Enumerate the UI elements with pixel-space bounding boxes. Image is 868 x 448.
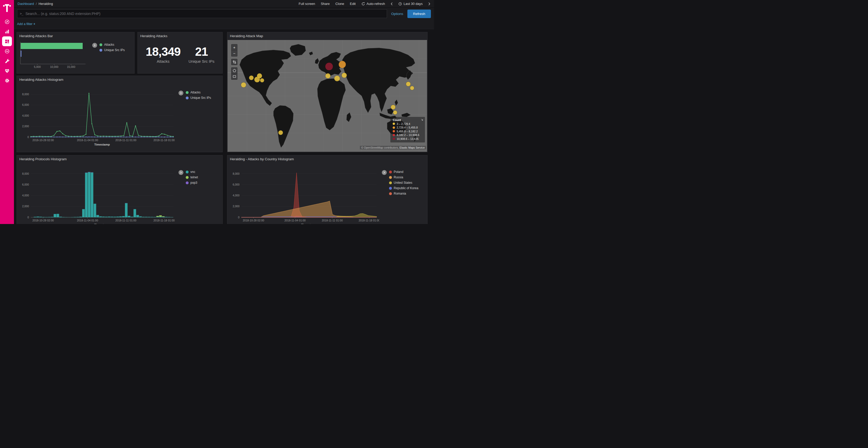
legend-item[interactable]: telnet	[186, 175, 198, 179]
sidebar-item-monitoring[interactable]	[2, 66, 12, 76]
chevron-right-icon	[180, 171, 182, 174]
metric-label: Attacks	[146, 59, 181, 64]
sidebar-item-management[interactable]	[2, 76, 12, 85]
top-nav: Dashboard / Heralding Full screen Share …	[14, 0, 434, 8]
legend-color-dot	[186, 171, 189, 173]
telekom-logo[interactable]	[3, 2, 11, 13]
breadcrumb-current: Heralding	[38, 2, 53, 6]
legend-collapse-icon[interactable]	[421, 118, 424, 121]
sidebar-item-dev-tools[interactable]	[2, 56, 12, 66]
world-map[interactable]: + −	[227, 40, 427, 152]
country_histogram-svg: 02,0004,0006,0008,0002018-10-28 02:00201…	[229, 162, 379, 224]
panel-title: Heralding - Attacks by Country Histogram	[227, 156, 427, 162]
svg-text:6,000: 6,000	[233, 183, 240, 186]
legend-color-dot	[393, 130, 395, 132]
attack-bubble[interactable]	[391, 105, 396, 109]
svg-text:10,000: 10,000	[50, 65, 58, 68]
attack-bubble[interactable]	[406, 82, 410, 87]
legend-item[interactable]: Attacks	[99, 43, 125, 46]
fit-data-bounds-button[interactable]	[231, 59, 238, 65]
crop-icon	[233, 60, 236, 64]
legend-item[interactable]: Republic of Korea	[389, 186, 418, 190]
attack-bubble[interactable]	[325, 73, 331, 78]
legend-item[interactable]: Poland	[389, 170, 418, 174]
sidebar-item-visualize[interactable]	[2, 27, 12, 36]
time-range-button[interactable]: Last 30 days	[398, 2, 423, 6]
attack-bubble[interactable]	[339, 61, 346, 68]
panel-attack-map: Heralding Attack Map	[227, 32, 428, 152]
legend-color-dot	[99, 49, 102, 51]
refresh-button[interactable]: Refresh	[407, 9, 431, 18]
legend-label: vnc	[190, 170, 195, 174]
attack-bubble[interactable]	[257, 73, 262, 78]
compass-icon	[4, 19, 10, 25]
zoom-in-button[interactable]: +	[231, 44, 238, 50]
map-legend: Count 3 – 2,729.42,729.4 – 5,455.85,455.…	[390, 117, 425, 143]
full-screen-button[interactable]: Full screen	[299, 2, 315, 6]
time-forward-button[interactable]	[428, 2, 430, 5]
legend-toggle-button[interactable]	[92, 43, 97, 48]
search-box: >_	[17, 9, 387, 18]
sidebar-item-discover[interactable]	[2, 17, 12, 27]
legend-toggle-button[interactable]	[382, 170, 387, 175]
legend-item[interactable]: pop3	[186, 181, 198, 184]
attack-bubble[interactable]	[278, 130, 283, 135]
panel-title: Heralding Attack Map	[227, 32, 427, 39]
attack-bubble[interactable]	[410, 86, 414, 90]
metric-unique-src-ips: 21 Unique Src IPs	[189, 45, 214, 64]
clone-button[interactable]: Clone	[335, 2, 344, 6]
legend-item[interactable]: Unique Src IPs	[186, 96, 211, 100]
zoom-out-button[interactable]: −	[231, 50, 238, 57]
legend-item[interactable]: Attacks	[186, 91, 211, 94]
add-filter-link[interactable]: Add a filter +	[17, 22, 35, 26]
search-input[interactable]	[25, 12, 384, 16]
time-range-label: Last 30 days	[404, 2, 423, 6]
map-legend-item: 3 – 2,729.4	[393, 122, 419, 126]
attacks-bar-chart[interactable]: 5,00010,00015,000	[18, 39, 90, 71]
auto-refresh-button[interactable]: Auto-refresh	[362, 2, 385, 6]
legend-color-dot	[389, 181, 392, 184]
share-button[interactable]: Share	[321, 2, 330, 6]
breadcrumb-dashboard-link[interactable]: Dashboard	[18, 2, 34, 6]
draw-rectangle-button[interactable]	[231, 74, 238, 80]
map-legend-label: 3 – 2,729.4	[397, 122, 410, 126]
attack-bubble[interactable]	[241, 82, 246, 88]
attack-bubble[interactable]	[342, 73, 347, 78]
attack-bubble[interactable]	[325, 63, 333, 70]
attack-bubble[interactable]	[260, 78, 264, 82]
attack-bubble[interactable]	[334, 76, 340, 81]
metric-label: Unique Src IPs	[189, 59, 214, 64]
query-bar: >_ Options Refresh	[14, 8, 434, 20]
legend-toggle-button[interactable]	[179, 170, 183, 175]
protocols-histogram-chart[interactable]: 02,0004,0006,0008,0002018-10-28 02:00201…	[18, 162, 176, 224]
panel-title: Heralding Protocols Histogram	[17, 156, 222, 162]
svg-text:Timestamp: Timestamp	[94, 143, 110, 146]
svg-text:8,000: 8,000	[22, 172, 29, 175]
legend-label: United States	[394, 181, 412, 184]
legend-item[interactable]: vnc	[186, 170, 198, 174]
legend-item[interactable]: Russia	[389, 175, 418, 179]
sidebar-item-dashboard[interactable]	[2, 36, 12, 46]
legend-item[interactable]: United States	[389, 181, 418, 184]
attacks-histogram-chart[interactable]: 02,0004,0006,0008,0002018-10-28 02:00201…	[18, 83, 176, 149]
legend-label: telnet	[190, 175, 198, 179]
svg-text:2018-11-04 01:00: 2018-11-04 01:00	[77, 139, 98, 142]
legend-label: Republic of Korea	[394, 186, 418, 190]
time-back-button[interactable]	[391, 2, 393, 5]
country-histogram-chart[interactable]: 02,0004,0006,0008,0002018-10-28 02:00201…	[229, 162, 379, 224]
refresh-arrow-icon	[362, 2, 365, 6]
legend-item[interactable]: Romania	[389, 192, 418, 195]
wrench-icon	[4, 58, 10, 64]
svg-text:2018-10-28 02:00: 2018-10-28 02:00	[33, 139, 54, 142]
legend-toggle-button[interactable]	[179, 91, 183, 96]
chart-legend: AttacksUnique Src IPs	[176, 83, 221, 149]
attack-bubble[interactable]	[393, 110, 397, 114]
edit-button[interactable]: Edit	[350, 2, 355, 6]
draw-polygon-button[interactable]	[231, 67, 238, 74]
sidebar-item-timelion[interactable]	[2, 46, 12, 56]
filter-bar: Add a filter +	[14, 20, 434, 29]
attack-bubble[interactable]	[249, 75, 254, 80]
legend-item[interactable]: Unique Src IPs	[99, 48, 125, 52]
options-link[interactable]: Options	[391, 12, 403, 16]
legend-color-dot	[393, 138, 395, 140]
